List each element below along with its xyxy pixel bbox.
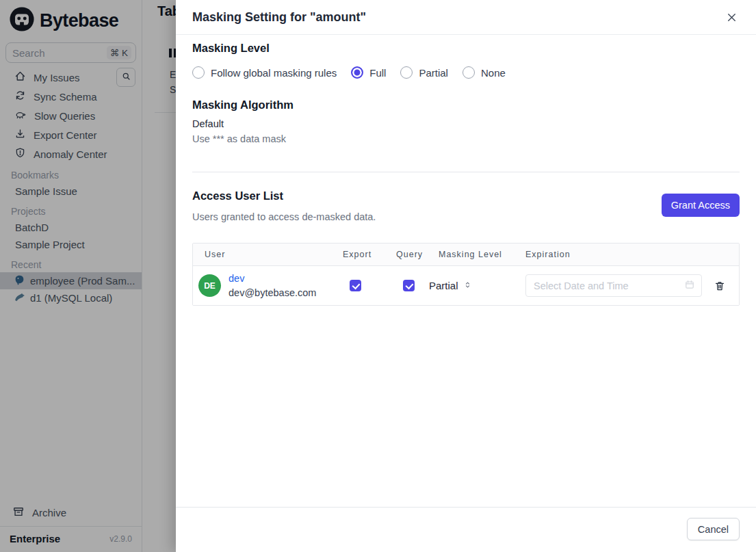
column-query: Query xyxy=(396,250,439,259)
cancel-button[interactable]: Cancel xyxy=(687,518,740,540)
modal-title: Masking Setting for "amount" xyxy=(192,10,366,25)
grant-access-button[interactable]: Grant Access xyxy=(662,194,740,217)
algorithm-name: Default xyxy=(192,118,224,129)
radio-icon xyxy=(462,66,475,79)
expiration-date-input[interactable]: Select Date and Time xyxy=(525,274,702,297)
column-expiration: Expiration xyxy=(525,250,739,259)
query-checkbox[interactable] xyxy=(403,280,415,291)
radio-icon xyxy=(400,66,413,79)
column-export: Export xyxy=(343,250,396,259)
modal-header: Masking Setting for "amount" xyxy=(176,0,756,35)
masking-level-heading: Masking Level xyxy=(192,42,270,55)
radio-full[interactable]: Full xyxy=(351,66,386,79)
table-row: DE dev dev@bytebase.com Partial xyxy=(193,266,739,305)
radio-icon xyxy=(351,66,363,79)
access-user-table: User Export Query Masking Level Expirati… xyxy=(192,243,740,306)
table-header: User Export Query Masking Level Expirati… xyxy=(193,244,739,266)
masking-level-cell: Partial xyxy=(439,280,525,291)
user-name-link[interactable]: dev xyxy=(229,272,316,285)
trash-icon[interactable] xyxy=(714,280,726,292)
radio-follow-global-rules[interactable]: Follow global masking rules xyxy=(192,66,337,79)
user-cell: DE dev dev@bytebase.com xyxy=(193,272,343,300)
column-user: User xyxy=(193,250,343,259)
expiration-cell: Select Date and Time xyxy=(525,274,739,297)
app-screen: Bytebase Search ⌘ K My Issues xyxy=(0,0,756,552)
export-checkbox[interactable] xyxy=(350,280,361,291)
modal-scrim[interactable] xyxy=(0,0,176,552)
access-user-list-heading: Access User List xyxy=(192,189,283,202)
algorithm-description: Use *** as data mask xyxy=(192,133,286,144)
calendar-icon xyxy=(684,279,695,293)
masking-level-select[interactable]: Partial xyxy=(429,280,525,291)
radio-none[interactable]: None xyxy=(462,66,506,79)
close-icon[interactable] xyxy=(723,9,740,25)
user-email: dev@bytebase.com xyxy=(229,286,316,300)
column-masking-level: Masking Level xyxy=(439,250,525,259)
radio-partial[interactable]: Partial xyxy=(400,66,448,79)
section-divider xyxy=(192,172,740,172)
footer-divider xyxy=(176,507,756,508)
avatar: DE xyxy=(198,274,221,297)
date-placeholder: Select Date and Time xyxy=(534,280,684,291)
masking-setting-modal: Masking Setting for "amount" Masking Lev… xyxy=(176,0,756,552)
radio-icon xyxy=(192,66,205,79)
chevron-up-down-icon xyxy=(463,280,472,291)
access-user-list-subtitle: Users granted to access de-masked data. xyxy=(192,211,376,222)
masking-algorithm-heading: Masking Algorithm xyxy=(192,98,294,111)
export-cell xyxy=(343,280,396,291)
masking-level-radio-group: Follow global masking rules Full Partial… xyxy=(192,66,506,79)
